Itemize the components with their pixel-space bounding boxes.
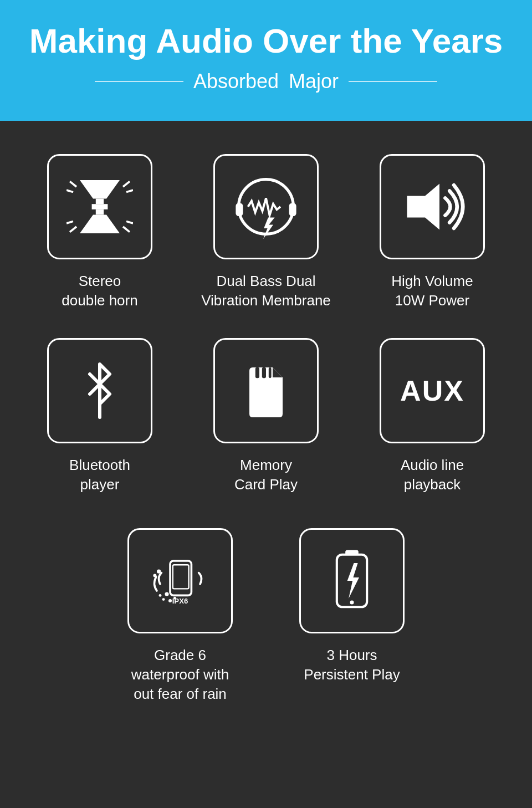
features-grid: Stereodouble horn Dual Bass DualVibratio… <box>0 121 532 528</box>
svg-rect-34 <box>345 550 359 555</box>
svg-point-28 <box>165 592 168 596</box>
svg-point-25 <box>157 569 161 573</box>
svg-rect-20 <box>255 367 259 378</box>
svg-point-32 <box>159 594 162 597</box>
stereo-icon-box <box>47 154 152 259</box>
waterproof-label: Grade 6waterproof without fear of rain <box>131 646 229 704</box>
bluetooth-icon <box>75 357 125 424</box>
svg-point-29 <box>162 598 165 601</box>
feature-bluetooth: Bluetoothplayer <box>22 338 177 494</box>
svg-line-6 <box>66 190 73 192</box>
svg-rect-2 <box>92 204 108 209</box>
svg-rect-14 <box>236 203 243 216</box>
dual-bass-icon-box <box>213 154 319 259</box>
svg-marker-19 <box>273 367 283 377</box>
header-section: Making Audio Over the Years Absorbed Maj… <box>0 0 532 121</box>
high-volume-icon-box <box>380 154 485 259</box>
svg-point-31 <box>173 596 176 599</box>
svg-line-8 <box>126 190 133 192</box>
waterproof-icon: IPX6 <box>147 548 213 614</box>
memory-card-icon-box <box>213 338 319 443</box>
aux-text: AUX <box>400 374 464 407</box>
high-volume-label: High Volume10W Power <box>391 272 473 310</box>
header-subtitle-left: Absorbed <box>193 70 279 93</box>
header-line-left <box>95 81 183 82</box>
waterproof-icon-box: IPX6 <box>127 528 233 633</box>
bluetooth-label: Bluetoothplayer <box>69 456 130 494</box>
svg-rect-15 <box>289 203 296 216</box>
battery-icon-box <box>299 528 405 633</box>
feature-memory-card: MemoryCard Play <box>188 338 344 494</box>
feature-battery: 3 HoursPersistent Play <box>299 528 405 704</box>
svg-line-11 <box>123 227 130 232</box>
features-bottom: IPX6 Grade 6waterproof without fear of r… <box>0 528 532 748</box>
svg-point-36 <box>350 600 354 604</box>
svg-line-9 <box>70 227 76 232</box>
dual-bass-label: Dual Bass DualVibration Membrane <box>201 272 331 310</box>
feature-waterproof: IPX6 Grade 6waterproof without fear of r… <box>127 528 233 704</box>
svg-rect-21 <box>262 367 266 378</box>
feature-stereo: Stereodouble horn <box>22 154 177 310</box>
audio-line-icon-box: AUX <box>380 338 485 443</box>
svg-marker-16 <box>263 218 275 239</box>
bluetooth-icon-box <box>47 338 152 443</box>
svg-rect-22 <box>269 367 272 378</box>
svg-line-5 <box>70 182 76 187</box>
high-volume-icon <box>396 171 468 243</box>
battery-icon <box>324 545 380 617</box>
header-line-right <box>349 81 437 82</box>
stereo-icon <box>66 173 133 240</box>
feature-audio-line: AUX Audio lineplayback <box>355 338 510 494</box>
svg-line-10 <box>66 222 73 224</box>
feature-dual-bass: Dual Bass DualVibration Membrane <box>188 154 344 310</box>
svg-rect-24 <box>173 565 189 589</box>
audio-line-label: Audio lineplayback <box>401 456 464 494</box>
svg-line-12 <box>126 222 133 224</box>
header-title: Making Audio Over the Years <box>17 22 515 60</box>
memory-card-label: MemoryCard Play <box>234 456 298 494</box>
svg-marker-17 <box>407 184 440 230</box>
svg-rect-3 <box>96 209 104 215</box>
svg-line-7 <box>123 182 130 187</box>
stereo-label: Stereodouble horn <box>62 272 137 310</box>
header-subtitle: Absorbed Major <box>17 70 515 93</box>
dual-bass-icon <box>230 171 302 243</box>
feature-high-volume: High Volume10W Power <box>355 154 510 310</box>
memory-card-icon <box>238 357 294 424</box>
header-subtitle-right: Major <box>289 70 339 93</box>
svg-point-26 <box>153 574 156 577</box>
battery-label: 3 HoursPersistent Play <box>304 646 400 684</box>
svg-marker-0 <box>80 180 120 199</box>
svg-marker-4 <box>80 215 120 234</box>
svg-marker-35 <box>347 563 359 599</box>
svg-point-30 <box>168 599 172 602</box>
svg-rect-1 <box>96 199 104 204</box>
